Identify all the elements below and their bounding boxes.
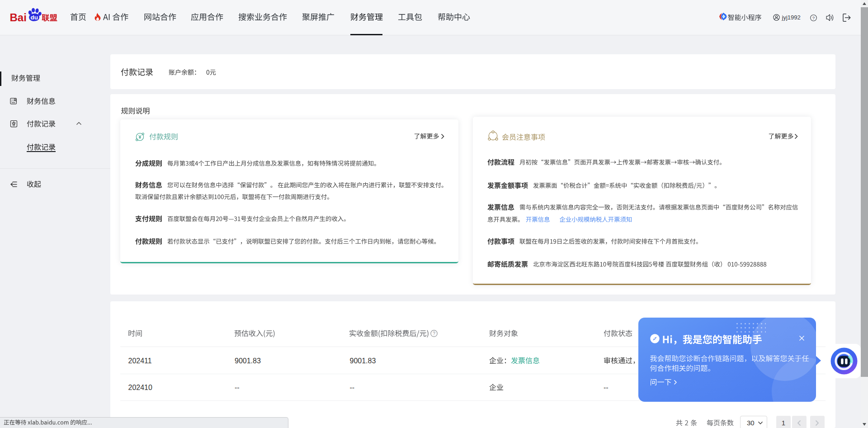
svg-text:?: ? xyxy=(433,331,435,336)
svg-text:du: du xyxy=(31,14,38,21)
svg-text:?: ? xyxy=(812,15,815,20)
